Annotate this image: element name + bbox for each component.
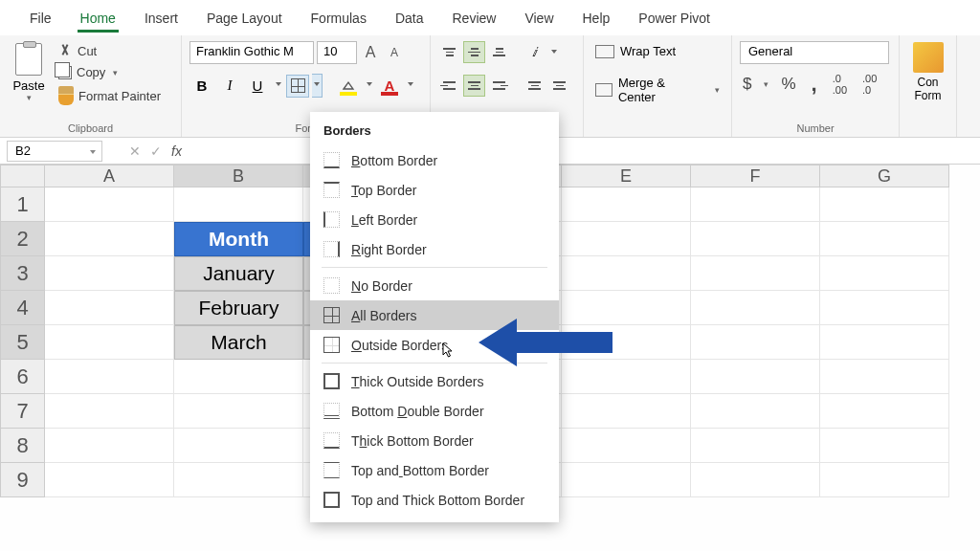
cell[interactable] <box>820 222 949 256</box>
cell[interactable] <box>691 291 820 325</box>
font-name-select[interactable]: Franklin Gothic M <box>189 41 314 64</box>
cell[interactable] <box>45 187 174 222</box>
tab-file[interactable]: File <box>15 3 66 33</box>
cell[interactable] <box>562 187 691 222</box>
border-menu-item[interactable]: No Border <box>310 271 559 300</box>
italic-button[interactable]: I <box>217 74 242 98</box>
border-menu-item[interactable]: Thick Outside Borders <box>310 366 559 396</box>
cell[interactable] <box>174 463 303 497</box>
border-menu-item[interactable]: Top and Bottom Border <box>310 455 559 485</box>
tab-data[interactable]: Data <box>381 3 438 33</box>
cut-button[interactable]: Cut <box>55 42 165 60</box>
cancel-formula-button[interactable]: ✕ <box>129 143 141 159</box>
fill-color-button[interactable] <box>336 74 361 98</box>
row-header-5[interactable]: 5 <box>0 325 45 360</box>
cell[interactable] <box>820 429 949 463</box>
fx-button[interactable]: fx <box>171 143 182 159</box>
select-all-corner[interactable] <box>0 165 45 187</box>
cell[interactable] <box>691 394 820 429</box>
cell[interactable] <box>45 394 174 429</box>
col-header-g[interactable]: G <box>820 165 949 187</box>
tab-pagelayout[interactable]: Page Layout <box>192 3 297 33</box>
border-menu-item[interactable]: Left Border <box>310 205 559 234</box>
cell[interactable] <box>562 222 691 256</box>
enter-formula-button[interactable]: ✓ <box>150 143 162 159</box>
col-header-f[interactable]: F <box>691 165 820 187</box>
col-header-e[interactable]: E <box>562 165 691 187</box>
col-header-b[interactable]: B <box>174 165 303 187</box>
tab-help[interactable]: Help <box>568 3 625 33</box>
border-menu-item[interactable]: Thick Bottom Border <box>310 426 559 455</box>
percent-button[interactable]: % <box>778 75 798 94</box>
tab-home[interactable]: Home <box>66 3 130 33</box>
align-bottom-button[interactable] <box>488 41 510 63</box>
cell[interactable] <box>45 256 174 291</box>
row-header-8[interactable]: 8 <box>0 429 45 463</box>
cell[interactable] <box>691 222 820 256</box>
format-painter-button[interactable]: Format Painter <box>55 84 165 107</box>
cell[interactable] <box>820 187 949 222</box>
align-left-button[interactable] <box>438 75 460 97</box>
cell[interactable] <box>45 429 174 463</box>
border-menu-item[interactable]: Bottom Border <box>310 145 559 175</box>
cell[interactable] <box>562 256 691 291</box>
cell[interactable] <box>691 463 820 497</box>
font-color-dropdown[interactable] <box>405 74 415 98</box>
cell[interactable] <box>691 360 820 394</box>
conditional-formatting-icon[interactable] <box>913 42 944 73</box>
increase-font-button[interactable]: A <box>360 42 381 63</box>
cell[interactable] <box>691 429 820 463</box>
cell[interactable] <box>45 463 174 497</box>
row-header-2[interactable]: 2 <box>0 222 45 256</box>
border-menu-item[interactable]: Top Border <box>310 175 559 205</box>
underline-button[interactable]: U <box>245 74 270 98</box>
comma-button[interactable]: , <box>809 72 820 97</box>
cell[interactable] <box>45 291 174 325</box>
orientation-dropdown[interactable] <box>548 41 559 65</box>
cell[interactable] <box>174 187 303 222</box>
align-top-button[interactable] <box>438 41 460 63</box>
align-right-button[interactable] <box>488 75 510 97</box>
fill-color-dropdown[interactable] <box>364 74 374 98</box>
underline-dropdown[interactable] <box>273 74 283 98</box>
cell[interactable] <box>820 360 949 394</box>
merge-center-button[interactable]: Merge & Center▾ <box>593 74 722 106</box>
increase-indent-button[interactable] <box>548 75 570 97</box>
number-format-select[interactable]: General <box>740 41 889 64</box>
row-header-4[interactable]: 4 <box>0 291 45 325</box>
cell[interactable] <box>45 360 174 394</box>
accounting-button[interactable]: $ <box>740 75 754 94</box>
orientation-button[interactable]: ⅈ <box>523 41 546 63</box>
cell[interactable] <box>820 256 949 291</box>
col-header-a[interactable]: A <box>45 165 174 187</box>
borders-dropdown[interactable] <box>312 74 323 98</box>
cell[interactable] <box>45 222 174 256</box>
cell[interactable] <box>174 360 303 394</box>
cell[interactable] <box>691 187 820 222</box>
tab-formulas[interactable]: Formulas <box>297 3 381 33</box>
name-box[interactable]: B2 <box>7 141 102 162</box>
cell-b3[interactable]: January <box>174 256 303 291</box>
tab-view[interactable]: View <box>510 3 568 33</box>
cell[interactable] <box>174 394 303 429</box>
borders-button[interactable] <box>286 75 309 98</box>
decrease-font-button[interactable]: A <box>384 42 405 63</box>
cell[interactable] <box>820 463 949 497</box>
cell[interactable] <box>820 394 949 429</box>
row-header-1[interactable]: 1 <box>0 187 45 222</box>
align-middle-button[interactable] <box>463 41 485 63</box>
tab-insert[interactable]: Insert <box>130 3 192 33</box>
paste-button[interactable]: Paste ▾ <box>6 39 52 114</box>
wrap-text-button[interactable]: Wrap Text <box>593 42 722 60</box>
cell[interactable] <box>174 429 303 463</box>
row-header-7[interactable]: 7 <box>0 394 45 429</box>
row-header-9[interactable]: 9 <box>0 463 45 497</box>
cell[interactable] <box>691 256 820 291</box>
cell-b5[interactable]: March <box>174 325 303 360</box>
cell[interactable] <box>562 429 691 463</box>
align-center-button[interactable] <box>463 75 485 97</box>
font-color-button[interactable]: A <box>377 74 402 98</box>
increase-decimal-button[interactable]: .0.00 <box>830 73 850 96</box>
copy-button[interactable]: Copy▾ <box>55 63 165 81</box>
cell[interactable] <box>562 394 691 429</box>
